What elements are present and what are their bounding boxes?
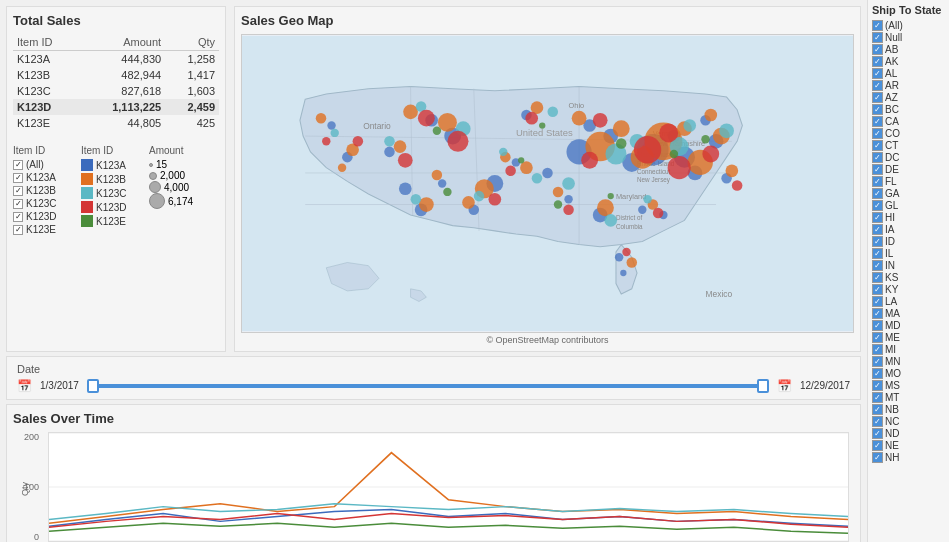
sidebar-state-item[interactable]: AK xyxy=(872,56,945,67)
sidebar-checkbox[interactable] xyxy=(872,368,883,379)
sidebar-state-item[interactable]: MI xyxy=(872,344,945,355)
sidebar-state-item[interactable]: MO xyxy=(872,368,945,379)
sidebar-state-item[interactable]: CA xyxy=(872,116,945,127)
sidebar-checkbox[interactable] xyxy=(872,152,883,163)
sidebar-checkbox[interactable] xyxy=(872,260,883,271)
sidebar-checkbox[interactable] xyxy=(872,140,883,151)
sidebar-checkbox[interactable] xyxy=(872,416,883,427)
sidebar-checkbox[interactable] xyxy=(872,116,883,127)
svg-point-97 xyxy=(634,136,661,163)
sidebar-state-item[interactable]: KS xyxy=(872,272,945,283)
sidebar-state-item[interactable]: DE xyxy=(872,164,945,175)
sidebar-state-item[interactable]: AL xyxy=(872,68,945,79)
sidebar-state-item[interactable]: HI xyxy=(872,212,945,223)
legend-checkbox[interactable] xyxy=(13,160,23,170)
sidebar-state-item[interactable]: AR xyxy=(872,80,945,91)
slider-thumb-left[interactable] xyxy=(87,379,99,393)
sidebar-state-item[interactable]: MS xyxy=(872,380,945,391)
sidebar-state-item[interactable]: ID xyxy=(872,236,945,247)
slider-thumb-right[interactable] xyxy=(757,379,769,393)
legend-checkbox[interactable] xyxy=(13,186,23,196)
sidebar-state-item[interactable]: NC xyxy=(872,416,945,427)
sidebar-checkbox[interactable] xyxy=(872,92,883,103)
svg-point-106 xyxy=(489,193,502,206)
sidebar-checkbox[interactable] xyxy=(872,80,883,91)
sidebar-state-item[interactable]: ME xyxy=(872,332,945,343)
sidebar-checkbox[interactable] xyxy=(872,272,883,283)
sidebar-state-item[interactable]: BC xyxy=(872,104,945,115)
sidebar-checkbox[interactable] xyxy=(872,32,883,43)
sidebar-state-item[interactable]: MA xyxy=(872,308,945,319)
sidebar-state-item[interactable]: MN xyxy=(872,356,945,367)
sidebar-state-item[interactable]: CT xyxy=(872,140,945,151)
sidebar-checkbox[interactable] xyxy=(872,452,883,463)
sidebar-state-item[interactable]: FL xyxy=(872,176,945,187)
sidebar-state-item[interactable]: GL xyxy=(872,200,945,211)
legend-item[interactable]: (All) xyxy=(13,159,73,170)
sidebar-checkbox[interactable] xyxy=(872,284,883,295)
legend-item[interactable]: K123D xyxy=(13,211,73,222)
sidebar-state-item[interactable]: AZ xyxy=(872,92,945,103)
svg-text:Connecticut: Connecticut xyxy=(637,168,671,175)
sidebar-checkbox[interactable] xyxy=(872,68,883,79)
sidebar-state-item[interactable]: CO xyxy=(872,128,945,139)
sidebar-state-item[interactable]: MT xyxy=(872,392,945,403)
sidebar-checkbox[interactable] xyxy=(872,188,883,199)
sidebar-checkbox[interactable] xyxy=(872,440,883,451)
date-slider-track[interactable] xyxy=(87,384,769,388)
sidebar-state-item[interactable]: LA xyxy=(872,296,945,307)
sidebar-checkbox[interactable] xyxy=(872,20,883,31)
legend-checkbox[interactable] xyxy=(13,173,23,183)
sidebar-checkbox[interactable] xyxy=(872,128,883,139)
sidebar-checkbox[interactable] xyxy=(872,332,883,343)
legend-checkbox[interactable] xyxy=(13,225,23,235)
sidebar-checkbox[interactable] xyxy=(872,428,883,439)
map-container: Ontario Ohio Vermont New Hampshire Massa… xyxy=(241,34,854,333)
sidebar-state-label: AL xyxy=(885,68,897,79)
sales-table: Item ID Amount Qty K123A 444,830 1,258 K… xyxy=(13,34,219,131)
sidebar-state-item[interactable]: NB xyxy=(872,404,945,415)
sidebar-state-item[interactable]: IL xyxy=(872,248,945,259)
sidebar: Ship To State (All)NullABAKALARAZBCCACOC… xyxy=(867,0,949,542)
sidebar-checkbox[interactable] xyxy=(872,380,883,391)
sidebar-checkbox[interactable] xyxy=(872,236,883,247)
sidebar-checkbox[interactable] xyxy=(872,164,883,175)
legend-item[interactable]: K123B xyxy=(13,185,73,196)
sidebar-state-item[interactable]: DC xyxy=(872,152,945,163)
sidebar-checkbox[interactable] xyxy=(872,176,883,187)
legend-item[interactable]: K123A xyxy=(13,172,73,183)
sidebar-state-item[interactable]: IN xyxy=(872,260,945,271)
svg-point-111 xyxy=(593,113,608,128)
legend-checkbox[interactable] xyxy=(13,212,23,222)
sidebar-checkbox[interactable] xyxy=(872,212,883,223)
sidebar-checkbox[interactable] xyxy=(872,404,883,415)
sidebar-checkbox[interactable] xyxy=(872,356,883,367)
sidebar-checkbox[interactable] xyxy=(872,320,883,331)
sidebar-state-item[interactable]: Null xyxy=(872,32,945,43)
sidebar-state-item[interactable]: GA xyxy=(872,188,945,199)
legend-item[interactable]: K123C xyxy=(13,198,73,209)
sidebar-state-item[interactable]: MD xyxy=(872,320,945,331)
sidebar-checkbox[interactable] xyxy=(872,44,883,55)
sidebar-state-item[interactable]: IA xyxy=(872,224,945,235)
sidebar-checkbox[interactable] xyxy=(872,248,883,259)
sidebar-state-item[interactable]: ND xyxy=(872,428,945,439)
svg-point-114 xyxy=(670,150,678,158)
sidebar-checkbox[interactable] xyxy=(872,224,883,235)
legend-item[interactable]: K123E xyxy=(13,224,73,235)
sidebar-checkbox[interactable] xyxy=(872,344,883,355)
legend-checkbox[interactable] xyxy=(13,199,23,209)
sidebar-checkbox[interactable] xyxy=(872,296,883,307)
legend-color-label: K123B xyxy=(96,174,126,185)
sidebar-state-item[interactable]: NE xyxy=(872,440,945,451)
sidebar-state-item[interactable]: (All) xyxy=(872,20,945,31)
sidebar-checkbox[interactable] xyxy=(872,392,883,403)
sidebar-state-item[interactable]: AB xyxy=(872,44,945,55)
sidebar-checkbox[interactable] xyxy=(872,56,883,67)
date-slider-container: 📅 1/3/2017 📅 12/29/2017 xyxy=(17,379,850,393)
sidebar-checkbox[interactable] xyxy=(872,200,883,211)
sidebar-state-item[interactable]: NH xyxy=(872,452,945,463)
sidebar-checkbox[interactable] xyxy=(872,104,883,115)
sidebar-state-item[interactable]: KY xyxy=(872,284,945,295)
sidebar-checkbox[interactable] xyxy=(872,308,883,319)
